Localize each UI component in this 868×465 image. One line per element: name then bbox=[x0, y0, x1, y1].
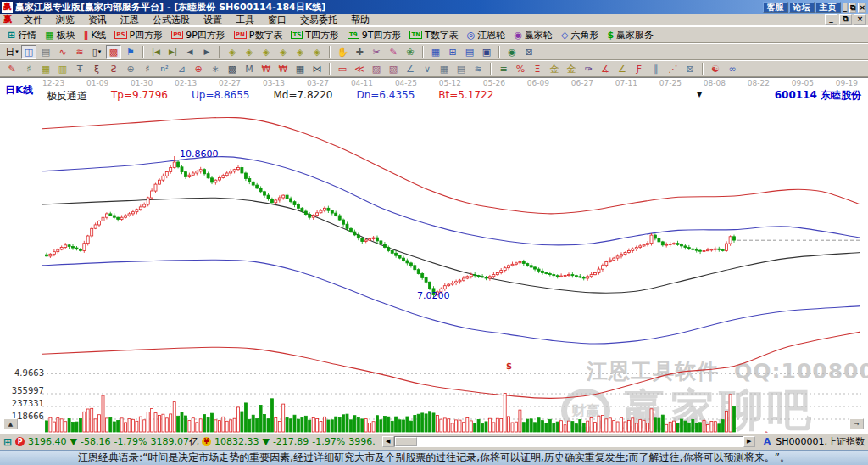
golden-box-icon[interactable]: 金 bbox=[564, 62, 579, 76]
waves-icon[interactable]: ≋ bbox=[470, 62, 486, 76]
gann-wheel-button[interactable]: ◎江恩轮 bbox=[463, 27, 510, 42]
slant-icon[interactable]: ∥ bbox=[648, 62, 664, 76]
titlebar-quick-button[interactable]: 主页 bbox=[815, 2, 841, 13]
9p-square-button[interactable]: P99P四方形 bbox=[167, 27, 230, 42]
gann-diamond-6-icon[interactable]: ◈ bbox=[309, 45, 325, 59]
pen-icon[interactable]: ✎ bbox=[386, 45, 401, 59]
shaded-box2-icon[interactable]: ▧ bbox=[386, 62, 401, 76]
percent-icon[interactable]: % bbox=[513, 62, 528, 76]
winner-service-button[interactable]: $赢家服务 bbox=[603, 27, 658, 42]
candle-style-dropdown[interactable]: ▯▾ bbox=[89, 45, 104, 59]
gann-grid-icon[interactable]: ▦ bbox=[38, 62, 53, 76]
infinity-icon[interactable]: ∞ bbox=[725, 62, 740, 76]
yin-yang-icon[interactable]: ☯ bbox=[708, 62, 723, 76]
gann-fan-icon[interactable]: ∡ bbox=[598, 62, 613, 76]
hexagon-button[interactable]: ◇六角形 bbox=[557, 27, 603, 42]
colored-flag-icon[interactable]: ⚑ bbox=[123, 45, 138, 59]
p-square-button[interactable]: PSP四方形 bbox=[110, 27, 167, 42]
calendar-icon[interactable]: ▦ bbox=[428, 45, 443, 59]
mail-pc-icon[interactable]: ⊠ bbox=[521, 45, 537, 59]
dense-grid-icon[interactable]: ▩ bbox=[225, 62, 240, 76]
next-bar-icon[interactable]: ▶ bbox=[199, 45, 214, 59]
f-ruler-icon[interactable]: Ƒ bbox=[632, 62, 647, 76]
angle-icon[interactable]: ∠ bbox=[403, 62, 418, 76]
gann-diamond-2-icon[interactable]: ◈ bbox=[242, 45, 257, 59]
last-bar-icon[interactable]: ▶| bbox=[165, 45, 181, 59]
menu-item[interactable]: 资讯 bbox=[81, 14, 114, 26]
brush-icon[interactable]: ✎ bbox=[4, 62, 19, 76]
scroll-right-arrow[interactable]: ▶ bbox=[743, 436, 755, 447]
gann-diamond-1-icon[interactable]: ◈ bbox=[225, 45, 240, 59]
period-day-dropdown[interactable]: 日▾ bbox=[4, 45, 19, 59]
p-number-table-button[interactable]: PNP数字表 bbox=[230, 27, 287, 42]
fan-lines-icon[interactable]: ≪ bbox=[352, 62, 367, 76]
scroll-left-arrow[interactable]: ◀ bbox=[382, 436, 394, 447]
menu-item[interactable]: 设置 bbox=[197, 14, 229, 26]
gann-diamond-4-icon[interactable]: ◈ bbox=[275, 45, 291, 59]
speed-line-icon[interactable]: ⋰ bbox=[665, 62, 681, 76]
flower-icon[interactable]: ❀ bbox=[403, 45, 418, 59]
kline-view-icon[interactable]: ▩ bbox=[106, 45, 121, 59]
market-quotes-button[interactable]: ⊞行情 bbox=[3, 27, 41, 42]
retrace-icon[interactable]: Ξ bbox=[530, 62, 545, 76]
golden-section-icon[interactable]: 金 bbox=[547, 62, 562, 76]
info-panel-icon[interactable]: ▤ bbox=[38, 45, 53, 59]
t-square-button[interactable]: TST四方形 bbox=[287, 27, 343, 42]
restore-button[interactable]: ⧉ bbox=[849, 3, 856, 13]
gann-diamond-3-icon[interactable]: ◈ bbox=[259, 45, 274, 59]
chart-scroll-right-button[interactable]: → bbox=[849, 418, 864, 429]
bowtie-icon[interactable]: ⋈ bbox=[309, 62, 325, 76]
m-wave-icon[interactable]: M bbox=[242, 62, 257, 76]
gann-grid2-icon[interactable]: ▥ bbox=[55, 62, 70, 76]
lined-box-icon[interactable]: ▤ bbox=[453, 62, 469, 76]
first-bar-icon[interactable]: |◀ bbox=[148, 45, 164, 59]
arrow-grid2-icon[interactable]: ₩ bbox=[275, 62, 291, 76]
save-icon[interactable]: ▣ bbox=[479, 45, 494, 59]
x-box-icon[interactable]: ⊠ bbox=[682, 62, 698, 76]
kline-chart-canvas[interactable] bbox=[0, 78, 868, 433]
hand-tool-icon[interactable]: ✋ bbox=[335, 45, 350, 59]
target-icon[interactable]: ⊕ bbox=[191, 62, 206, 76]
status-scrollbar[interactable]: ◀ ▶ bbox=[382, 436, 755, 447]
scroll-thumb[interactable] bbox=[395, 437, 417, 446]
gold-angle-icon[interactable]: ∠ bbox=[615, 62, 630, 76]
bar-ruler-icon[interactable]: ♯ bbox=[140, 62, 155, 76]
menu-item[interactable]: 公式选股 bbox=[146, 14, 197, 26]
asterisk-lines-icon[interactable]: ∗ bbox=[208, 62, 223, 76]
menu-item[interactable]: 文件 bbox=[17, 14, 49, 26]
notebook-icon[interactable]: ▤ bbox=[462, 45, 477, 59]
scroll-track[interactable] bbox=[394, 436, 743, 447]
bar-chart-icon[interactable]: ≋ bbox=[72, 45, 87, 59]
winner-wheel-button[interactable]: ◉赢家轮 bbox=[509, 27, 557, 42]
t-number-table-button[interactable]: TNT数字表 bbox=[405, 27, 462, 42]
menu-item[interactable]: 窗口 bbox=[261, 14, 293, 26]
ink-pen-icon[interactable]: ✑ bbox=[581, 62, 596, 76]
grid-box-icon[interactable]: ▦ bbox=[437, 62, 452, 76]
menu-item[interactable]: 帮助 bbox=[344, 14, 376, 26]
menu-item[interactable]: 江恩 bbox=[114, 14, 146, 26]
box-grid-icon[interactable]: ▦ bbox=[292, 62, 308, 76]
market-grid-icon[interactable]: ⊞ bbox=[3, 436, 12, 448]
child-minimize-button[interactable]: _ bbox=[825, 14, 837, 25]
wave-icon[interactable]: ξ bbox=[89, 62, 104, 76]
gann-diamond-5-icon[interactable]: ◈ bbox=[292, 45, 308, 59]
menu-item[interactable]: 交易委托 bbox=[293, 14, 344, 26]
indicator-name[interactable]: 极反通道 bbox=[47, 89, 87, 104]
9t-square-button[interactable]: T99T四方形 bbox=[343, 27, 405, 42]
kline-button[interactable]: ∥K线 bbox=[80, 27, 111, 42]
crosshair-plus-icon[interactable]: ✚ bbox=[352, 45, 367, 59]
n-square-icon[interactable]: n² bbox=[157, 62, 172, 76]
menu-item[interactable]: 工具 bbox=[229, 14, 261, 26]
scissors-icon[interactable]: ✂ bbox=[369, 45, 384, 59]
arrow-grid-icon[interactable]: ₩ bbox=[259, 62, 274, 76]
tile-windows-icon[interactable]: ◫ bbox=[21, 45, 36, 59]
minimize-button[interactable]: _ bbox=[843, 3, 849, 13]
triangle-ruler-icon[interactable]: ⊿ bbox=[174, 62, 189, 76]
time-ruler-icon[interactable]: Ŧ bbox=[72, 62, 87, 76]
child-close-button[interactable]: × bbox=[854, 14, 866, 25]
child-restore-button[interactable]: ⧉ bbox=[839, 14, 852, 25]
titlebar-quick-button[interactable]: 论坛 bbox=[789, 2, 815, 13]
prev-bar-icon[interactable]: ◀ bbox=[182, 45, 198, 59]
calculator-icon[interactable]: ⊞ bbox=[445, 45, 460, 59]
rect-frame-icon[interactable]: ▭ bbox=[335, 62, 350, 76]
